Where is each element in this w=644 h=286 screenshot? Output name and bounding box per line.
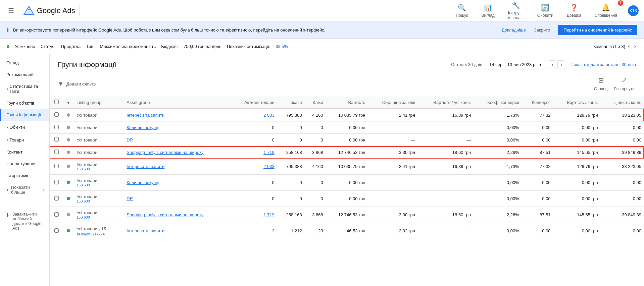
row-avg-cpc-cell: — bbox=[368, 121, 418, 134]
active-goods-link[interactable]: 2 033 bbox=[263, 113, 275, 118]
listing-group-sub-link[interactable]: 150 600 bbox=[77, 183, 121, 187]
row-checkbox[interactable] bbox=[54, 180, 59, 184]
row-checkbox[interactable] bbox=[54, 112, 59, 117]
date-nav: ‹ › bbox=[549, 60, 565, 69]
status-circle-icon bbox=[67, 229, 70, 232]
asset-group-link[interactable]: Колишні покупці bbox=[127, 125, 159, 130]
row-checkbox[interactable] bbox=[54, 125, 59, 129]
row-clicks-cell: 0 bbox=[305, 121, 326, 134]
sidebar-item-object-groups[interactable]: Групи об'єктів bbox=[0, 97, 49, 109]
asset-group-link[interactable]: Інтереси та запити bbox=[127, 228, 164, 233]
header-listing-group[interactable]: Listing group ↑ bbox=[74, 96, 124, 109]
add-filter-button[interactable]: Додати фільтр bbox=[66, 81, 96, 87]
sidebar-item-objects[interactable]: › Об'єкти bbox=[0, 121, 49, 133]
date-next-button[interactable]: › bbox=[557, 60, 565, 69]
listing-group-main-text: Усі товари bbox=[77, 125, 121, 130]
info-learn-more-link[interactable]: Докладніше bbox=[502, 27, 526, 33]
sidebar-show-more[interactable]: ＋ Показати більше ● bbox=[0, 181, 49, 198]
sidebar-item-settings[interactable]: Налаштування bbox=[0, 158, 49, 170]
asset-group-link[interactable]: Колишні покупці bbox=[127, 180, 159, 185]
row-avg-cpc-cell: 3,30 грн bbox=[368, 146, 418, 159]
row-checkbox[interactable] bbox=[54, 150, 59, 154]
header-active-goods[interactable]: Активні товари bbox=[231, 96, 277, 109]
row-conversions-cell: 0,00 bbox=[522, 191, 553, 207]
row-active-goods-cell: 0 bbox=[231, 191, 277, 207]
status-dot-icon bbox=[7, 45, 9, 48]
asset-group-link[interactable]: Shopipng_only з сигналами на широку bbox=[127, 212, 203, 217]
header-cost-per-conv[interactable]: Вартість / усі конв. bbox=[418, 96, 474, 109]
sidebar-item-statistics[interactable]: › Статистика та звіти bbox=[0, 80, 49, 97]
row-status-cell bbox=[63, 121, 74, 134]
data-table: ● Listing group ↑ Asset group Активні то… bbox=[50, 96, 644, 239]
sidebar-item-overview[interactable]: Огляд bbox=[0, 57, 49, 69]
expand-button[interactable]: ⤢ Розгорнути bbox=[612, 75, 636, 93]
date-selector[interactable]: 14 чер – 13 лип 2023 р. ▾ bbox=[485, 60, 546, 69]
type-value: Максимальна ефективність bbox=[100, 44, 156, 49]
table-header-row: ● Listing group ↑ Asset group Активні то… bbox=[50, 96, 644, 109]
filter-icon: ▼ bbox=[58, 80, 64, 88]
sidebar-item-recommendations[interactable]: Рекомендації bbox=[0, 69, 49, 80]
active-goods-link[interactable]: 1 719 bbox=[263, 212, 275, 217]
nav-refresh[interactable]: 🔄 Оновити bbox=[532, 1, 559, 20]
row-checkbox[interactable] bbox=[54, 196, 59, 201]
info-close-button[interactable]: Закрити bbox=[530, 26, 554, 34]
active-goods-link[interactable]: 3 bbox=[272, 228, 274, 233]
listing-group-sub-link[interactable]: 150 600 bbox=[77, 167, 121, 171]
row-checkbox[interactable] bbox=[54, 164, 59, 168]
sidebar-item-history[interactable]: Історія змін bbox=[0, 170, 49, 181]
header-clicks[interactable]: Кліки bbox=[305, 96, 326, 109]
header-cost[interactable]: Вартість bbox=[326, 96, 368, 109]
nav-notifications[interactable]: 🔔 1 Сповіщення bbox=[589, 1, 623, 20]
date-prev-button[interactable]: ‹ bbox=[549, 60, 556, 69]
logo-area: Google Ads bbox=[19, 5, 80, 16]
header-conv-value[interactable]: Цінність конв. bbox=[601, 96, 644, 109]
asset-group-link[interactable]: DR bbox=[127, 137, 133, 142]
listing-group-sub-link[interactable]: 150 600 bbox=[77, 199, 121, 203]
row-checkbox[interactable] bbox=[54, 137, 59, 141]
nav-search[interactable]: 🔍 Пошук bbox=[450, 1, 473, 20]
listing-group-main-text: Усі товари bbox=[77, 150, 121, 155]
row-conv-rate-cell: 1,73% bbox=[474, 109, 522, 121]
row-cost-per-conv2-cell: 129,79 грн bbox=[553, 109, 601, 121]
row-checkbox[interactable] bbox=[54, 228, 59, 233]
sidebar-footer-content: ⬇ Завантажити мобільний додаток Google A… bbox=[5, 212, 44, 231]
sidebar-footer-text[interactable]: Завантажити мобільний додаток Google Ads bbox=[12, 212, 44, 231]
row-conv-value-cell: 0,00 bbox=[601, 175, 644, 191]
header-avg-cpc[interactable]: Сер. ціна за клік bbox=[368, 96, 418, 109]
columns-button[interactable]: ⊞ Стовпці bbox=[593, 75, 610, 93]
sidebar-item-goods[interactable]: › Товари bbox=[0, 133, 49, 146]
menu-hamburger-icon[interactable]: ☰ bbox=[5, 4, 17, 17]
listing-group-sub-link[interactable]: автокомпресора bbox=[77, 231, 121, 235]
avatar[interactable]: К13 bbox=[628, 5, 639, 16]
opt-score-value[interactable]: 63,5% bbox=[276, 44, 288, 49]
show-30days-link[interactable]: Показати дані за останні 30 днів bbox=[571, 62, 636, 67]
table-row: Усі товариКолишні покупці0000,00 грн——0,… bbox=[50, 121, 644, 134]
select-all-checkbox[interactable] bbox=[54, 100, 59, 104]
campaign-prev-button[interactable]: ‹ bbox=[627, 42, 631, 51]
nav-notifications-label: Сповіщення bbox=[595, 13, 617, 18]
header-conversions[interactable]: Конверсії bbox=[522, 96, 553, 109]
header-asset-group[interactable]: Asset group bbox=[124, 96, 231, 109]
row-checkbox[interactable] bbox=[54, 212, 59, 217]
listing-group-sub-link[interactable]: 150 600 bbox=[77, 215, 121, 219]
asset-group-link[interactable]: Інтереси та запити bbox=[127, 113, 164, 118]
active-goods-link[interactable]: 1 719 bbox=[263, 150, 275, 155]
row-status-cell bbox=[63, 223, 74, 239]
sidebar-item-content[interactable]: Контент bbox=[0, 146, 49, 158]
header-cost-per-conv2[interactable]: Вартість / конв. bbox=[553, 96, 601, 109]
nav-view[interactable]: 📊 Вигляд bbox=[476, 1, 500, 20]
go-to-new-interface-button[interactable]: Перейти на оновлений інтерфейс bbox=[558, 25, 637, 35]
sidebar-item-overview-label: Огляд bbox=[6, 60, 19, 65]
nav-tools[interactable]: 🔧 Інстру...й нала... bbox=[503, 0, 529, 23]
asset-group-link[interactable]: Shopipng_only з сигналами на широку bbox=[127, 150, 203, 155]
header-conv-rate[interactable]: Коеф. конверсії bbox=[474, 96, 522, 109]
nav-help[interactable]: ❓ Довідка bbox=[561, 1, 587, 20]
sidebar-item-info-groups[interactable]: Групи інформації bbox=[0, 109, 49, 121]
active-goods-link[interactable]: 2 033 bbox=[263, 164, 275, 169]
asset-group-link[interactable]: Інтереси та запити bbox=[127, 164, 164, 169]
row-shows-cell: 0 bbox=[277, 121, 305, 134]
header-shows[interactable]: Покази bbox=[277, 96, 305, 109]
campaign-next-button[interactable]: › bbox=[633, 42, 637, 51]
row-cost-cell: 46,53 грн bbox=[326, 223, 368, 239]
asset-group-link[interactable]: DR bbox=[127, 196, 133, 201]
